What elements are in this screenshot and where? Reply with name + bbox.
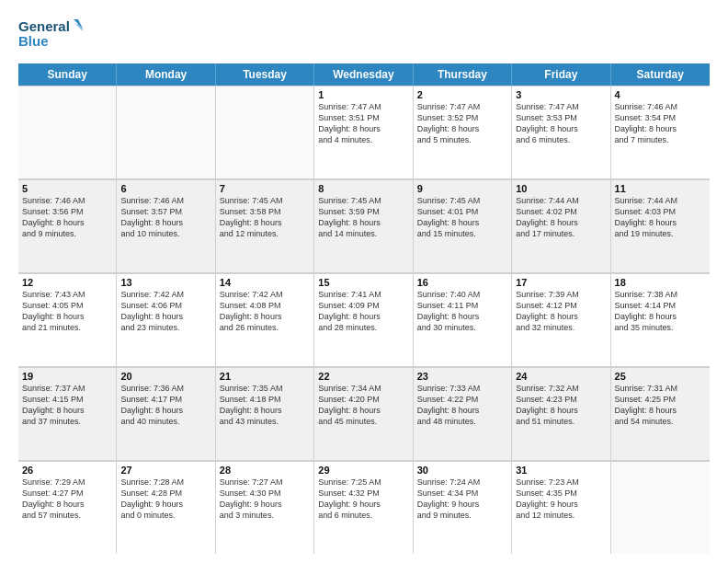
calendar-empty-cell — [216, 86, 314, 178]
day-info: Sunrise: 7:35 AM Sunset: 4:18 PM Dayligh… — [220, 383, 310, 428]
calendar-day-cell: 11Sunrise: 7:44 AM Sunset: 4:03 PM Dayli… — [611, 179, 710, 272]
logo: General Blue — [18, 15, 83, 56]
day-number: 14 — [220, 277, 310, 288]
day-info: Sunrise: 7:46 AM Sunset: 3:54 PM Dayligh… — [615, 101, 706, 146]
calendar-day-cell: 2Sunrise: 7:47 AM Sunset: 3:52 PM Daylig… — [414, 86, 512, 178]
calendar: SundayMondayTuesdayWednesdayThursdayFrid… — [18, 63, 710, 554]
calendar-day-cell: 30Sunrise: 7:24 AM Sunset: 4:34 PM Dayli… — [414, 461, 512, 554]
calendar-header-cell: Wednesday — [314, 63, 413, 86]
day-number: 20 — [120, 371, 210, 382]
day-number: 10 — [516, 183, 606, 194]
day-info: Sunrise: 7:45 AM Sunset: 3:59 PM Dayligh… — [318, 195, 408, 240]
day-info: Sunrise: 7:41 AM Sunset: 4:09 PM Dayligh… — [318, 289, 408, 334]
calendar-day-cell: 16Sunrise: 7:40 AM Sunset: 4:11 PM Dayli… — [414, 273, 512, 366]
calendar-day-cell: 5Sunrise: 7:46 AM Sunset: 3:56 PM Daylig… — [18, 179, 117, 272]
day-number: 7 — [220, 183, 310, 194]
day-number: 1 — [318, 89, 408, 100]
day-number: 22 — [318, 371, 408, 382]
logo-svg: General Blue — [18, 15, 83, 56]
calendar-header-cell: Monday — [117, 63, 215, 86]
day-info: Sunrise: 7:25 AM Sunset: 4:32 PM Dayligh… — [318, 477, 408, 522]
day-number: 8 — [318, 183, 408, 194]
day-info: Sunrise: 7:44 AM Sunset: 4:03 PM Dayligh… — [615, 195, 706, 240]
calendar-day-cell: 31Sunrise: 7:23 AM Sunset: 4:35 PM Dayli… — [512, 461, 610, 554]
day-number: 17 — [516, 277, 606, 288]
day-number: 21 — [220, 371, 310, 382]
day-info: Sunrise: 7:47 AM Sunset: 3:53 PM Dayligh… — [516, 101, 606, 146]
day-number: 6 — [120, 183, 210, 194]
calendar-header-cell: Thursday — [414, 63, 512, 86]
day-number: 4 — [615, 89, 706, 100]
calendar-day-cell: 18Sunrise: 7:38 AM Sunset: 4:14 PM Dayli… — [611, 273, 710, 366]
calendar-day-cell: 29Sunrise: 7:25 AM Sunset: 4:32 PM Dayli… — [314, 461, 413, 554]
calendar-day-cell: 10Sunrise: 7:44 AM Sunset: 4:02 PM Dayli… — [512, 179, 610, 272]
calendar-day-cell: 13Sunrise: 7:42 AM Sunset: 4:06 PM Dayli… — [117, 273, 215, 366]
day-info: Sunrise: 7:42 AM Sunset: 4:06 PM Dayligh… — [120, 289, 210, 334]
day-number: 23 — [417, 371, 507, 382]
day-info: Sunrise: 7:45 AM Sunset: 3:58 PM Dayligh… — [220, 195, 310, 240]
day-number: 30 — [417, 465, 507, 476]
day-info: Sunrise: 7:29 AM Sunset: 4:27 PM Dayligh… — [22, 477, 112, 522]
calendar-empty-cell — [117, 86, 215, 178]
calendar-day-cell: 23Sunrise: 7:33 AM Sunset: 4:22 PM Dayli… — [414, 367, 512, 460]
day-number: 18 — [615, 277, 706, 288]
day-info: Sunrise: 7:23 AM Sunset: 4:35 PM Dayligh… — [516, 477, 606, 522]
day-info: Sunrise: 7:45 AM Sunset: 4:01 PM Dayligh… — [417, 195, 507, 240]
svg-text:General: General — [18, 18, 70, 34]
calendar-empty-cell — [18, 86, 117, 178]
day-info: Sunrise: 7:31 AM Sunset: 4:25 PM Dayligh… — [615, 383, 706, 428]
calendar-header-cell: Sunday — [18, 63, 117, 86]
calendar-day-cell: 7Sunrise: 7:45 AM Sunset: 3:58 PM Daylig… — [216, 179, 314, 272]
calendar-day-cell: 8Sunrise: 7:45 AM Sunset: 3:59 PM Daylig… — [314, 179, 413, 272]
day-info: Sunrise: 7:37 AM Sunset: 4:15 PM Dayligh… — [22, 383, 112, 428]
calendar-body: 1Sunrise: 7:47 AM Sunset: 3:51 PM Daylig… — [18, 86, 710, 554]
day-number: 25 — [615, 371, 706, 382]
calendar-day-cell: 28Sunrise: 7:27 AM Sunset: 4:30 PM Dayli… — [216, 461, 314, 554]
day-info: Sunrise: 7:47 AM Sunset: 3:51 PM Dayligh… — [318, 101, 408, 146]
day-info: Sunrise: 7:28 AM Sunset: 4:28 PM Dayligh… — [120, 477, 210, 522]
calendar-day-cell: 19Sunrise: 7:37 AM Sunset: 4:15 PM Dayli… — [18, 367, 117, 460]
day-info: Sunrise: 7:46 AM Sunset: 3:57 PM Dayligh… — [120, 195, 210, 240]
day-info: Sunrise: 7:36 AM Sunset: 4:17 PM Dayligh… — [120, 383, 210, 428]
calendar-day-cell: 22Sunrise: 7:34 AM Sunset: 4:20 PM Dayli… — [314, 367, 413, 460]
day-number: 13 — [120, 277, 210, 288]
day-info: Sunrise: 7:42 AM Sunset: 4:08 PM Dayligh… — [220, 289, 310, 334]
calendar-day-cell: 3Sunrise: 7:47 AM Sunset: 3:53 PM Daylig… — [512, 86, 610, 178]
calendar-day-cell: 4Sunrise: 7:46 AM Sunset: 3:54 PM Daylig… — [611, 86, 710, 178]
day-number: 12 — [22, 277, 112, 288]
day-number: 9 — [417, 183, 507, 194]
day-info: Sunrise: 7:38 AM Sunset: 4:14 PM Dayligh… — [615, 289, 706, 334]
calendar-day-cell: 20Sunrise: 7:36 AM Sunset: 4:17 PM Dayli… — [117, 367, 215, 460]
day-number: 27 — [120, 465, 210, 476]
day-info: Sunrise: 7:47 AM Sunset: 3:52 PM Dayligh… — [417, 101, 507, 146]
calendar-day-cell: 27Sunrise: 7:28 AM Sunset: 4:28 PM Dayli… — [117, 461, 215, 554]
calendar-header: SundayMondayTuesdayWednesdayThursdayFrid… — [18, 63, 710, 86]
calendar-header-cell: Saturday — [611, 63, 710, 86]
day-number: 28 — [220, 465, 310, 476]
day-info: Sunrise: 7:40 AM Sunset: 4:11 PM Dayligh… — [417, 289, 507, 334]
day-number: 24 — [516, 371, 606, 382]
calendar-week-row: 1Sunrise: 7:47 AM Sunset: 3:51 PM Daylig… — [18, 86, 710, 179]
day-number: 19 — [22, 371, 112, 382]
day-number: 5 — [22, 183, 112, 194]
calendar-week-row: 26Sunrise: 7:29 AM Sunset: 4:27 PM Dayli… — [18, 461, 710, 554]
day-number: 15 — [318, 277, 408, 288]
calendar-day-cell: 17Sunrise: 7:39 AM Sunset: 4:12 PM Dayli… — [512, 273, 610, 366]
calendar-day-cell: 9Sunrise: 7:45 AM Sunset: 4:01 PM Daylig… — [414, 179, 512, 272]
calendar-week-row: 12Sunrise: 7:43 AM Sunset: 4:05 PM Dayli… — [18, 273, 710, 367]
day-number: 2 — [417, 89, 507, 100]
calendar-header-cell: Tuesday — [216, 63, 314, 86]
calendar-day-cell: 12Sunrise: 7:43 AM Sunset: 4:05 PM Dayli… — [18, 273, 117, 366]
calendar-day-cell: 15Sunrise: 7:41 AM Sunset: 4:09 PM Dayli… — [314, 273, 413, 366]
day-info: Sunrise: 7:27 AM Sunset: 4:30 PM Dayligh… — [220, 477, 310, 522]
day-info: Sunrise: 7:43 AM Sunset: 4:05 PM Dayligh… — [22, 289, 112, 334]
calendar-week-row: 5Sunrise: 7:46 AM Sunset: 3:56 PM Daylig… — [18, 179, 710, 273]
day-number: 11 — [615, 183, 706, 194]
svg-text:Blue: Blue — [18, 33, 49, 49]
calendar-day-cell: 6Sunrise: 7:46 AM Sunset: 3:57 PM Daylig… — [117, 179, 215, 272]
day-info: Sunrise: 7:44 AM Sunset: 4:02 PM Dayligh… — [516, 195, 606, 240]
header: General Blue — [18, 15, 710, 56]
calendar-day-cell: 1Sunrise: 7:47 AM Sunset: 3:51 PM Daylig… — [314, 86, 413, 178]
day-info: Sunrise: 7:33 AM Sunset: 4:22 PM Dayligh… — [417, 383, 507, 428]
day-info: Sunrise: 7:32 AM Sunset: 4:23 PM Dayligh… — [516, 383, 606, 428]
